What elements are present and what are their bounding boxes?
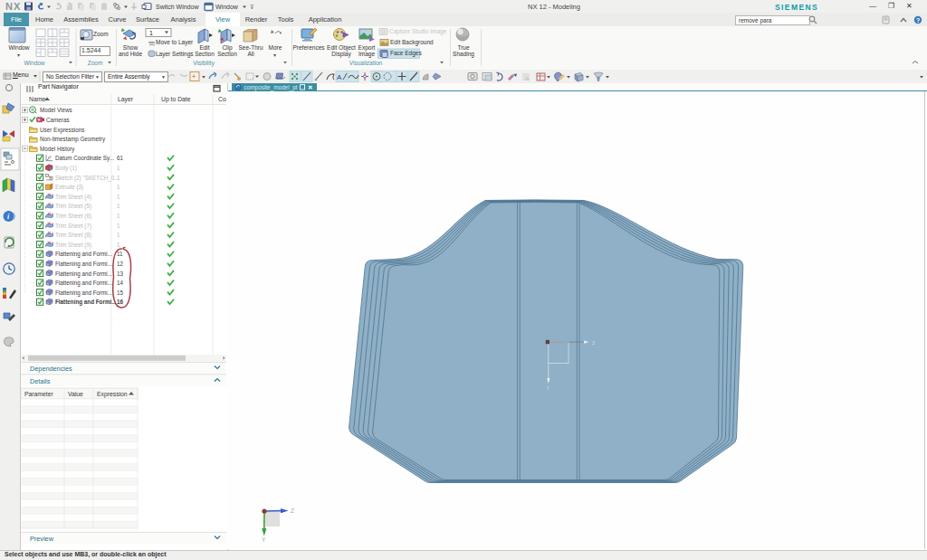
svg-text:Model History: Model History [40, 146, 75, 153]
svg-text:Name: Name [29, 96, 45, 102]
svg-text:+: + [192, 73, 196, 80]
svg-text:1: 1 [117, 203, 120, 209]
svg-text:A: A [337, 73, 342, 81]
svg-text:Switch Window: Switch Window [156, 4, 199, 10]
svg-text:1: 1 [117, 165, 120, 171]
svg-text:13: 13 [117, 271, 124, 277]
svg-text:Co: Co [218, 96, 226, 102]
svg-text:1: 1 [149, 30, 153, 36]
svg-text:1: 1 [117, 232, 120, 238]
svg-text:⊽: ⊽ [250, 5, 253, 10]
svg-text:Layer: Layer [118, 96, 134, 103]
svg-text:Details: Details [30, 377, 51, 385]
svg-text:61: 61 [117, 155, 124, 161]
svg-text:Z: Z [291, 508, 294, 514]
svg-text:Body (1): Body (1) [55, 165, 77, 172]
svg-text:composite_model_pt: composite_model_pt [244, 84, 298, 91]
svg-text:Cameras: Cameras [46, 117, 70, 123]
svg-text:14: 14 [117, 280, 124, 286]
svg-text:Value: Value [68, 391, 83, 397]
svg-text:Expression: Expression [97, 391, 128, 398]
svg-text:1: 1 [117, 184, 120, 190]
svg-text:Trim Sheet (7): Trim Sheet (7) [55, 223, 91, 230]
svg-text:Flattening and Formi...: Flattening and Formi... [55, 271, 112, 278]
svg-text:1: 1 [117, 194, 120, 200]
svg-text:Sketch (2) "SKETCH_0...: Sketch (2) "SKETCH_0... [55, 175, 119, 182]
svg-text:Y: Y [262, 536, 266, 543]
svg-text:Dependencies: Dependencies [30, 365, 72, 373]
svg-text:Flattening and Formi...: Flattening and Formi... [55, 261, 112, 268]
svg-text:15: 15 [117, 289, 124, 296]
svg-text:✕: ✕ [308, 84, 312, 90]
svg-text:Parameter: Parameter [24, 391, 53, 397]
svg-text:User Expressions: User Expressions [40, 127, 84, 134]
svg-text:?: ? [916, 17, 920, 24]
svg-text:Flattening and Formi...: Flattening and Formi... [55, 251, 112, 258]
svg-text:12: 12 [117, 261, 124, 267]
svg-text:Preview: Preview [30, 535, 54, 543]
svg-text:1: 1 [117, 223, 120, 229]
svg-text:Datum Coordinate Sy...: Datum Coordinate Sy... [55, 155, 114, 162]
svg-text:16: 16 [117, 299, 124, 305]
svg-text:Trim Sheet (6): Trim Sheet (6) [55, 213, 91, 220]
svg-text:Up to Date: Up to Date [161, 96, 191, 103]
svg-text:Model Views: Model Views [40, 107, 72, 113]
svg-text:1: 1 [117, 213, 120, 219]
svg-text:Trim Sheet (5): Trim Sheet (5) [55, 203, 91, 210]
svg-text:Extrude (3): Extrude (3) [55, 184, 83, 191]
svg-text:11: 11 [117, 251, 123, 257]
svg-text:Trim Sheet (8): Trim Sheet (8) [55, 232, 91, 239]
svg-text:Flattening and Formi...: Flattening and Formi... [55, 280, 112, 287]
svg-text:Flattening and Formi...: Flattening and Formi... [55, 289, 112, 297]
svg-text:1: 1 [117, 175, 120, 181]
svg-text:Flattening and Formi...: Flattening and Formi... [55, 299, 117, 306]
svg-text:Y: Y [547, 385, 550, 391]
svg-text:1: 1 [117, 242, 120, 248]
svg-text:Non-timestamp Geometry: Non-timestamp Geometry [40, 136, 106, 143]
svg-text:Trim Sheet (4): Trim Sheet (4) [55, 194, 91, 201]
svg-text:Window: Window [215, 4, 239, 10]
svg-text:Trim Sheet (9): Trim Sheet (9) [55, 242, 91, 249]
